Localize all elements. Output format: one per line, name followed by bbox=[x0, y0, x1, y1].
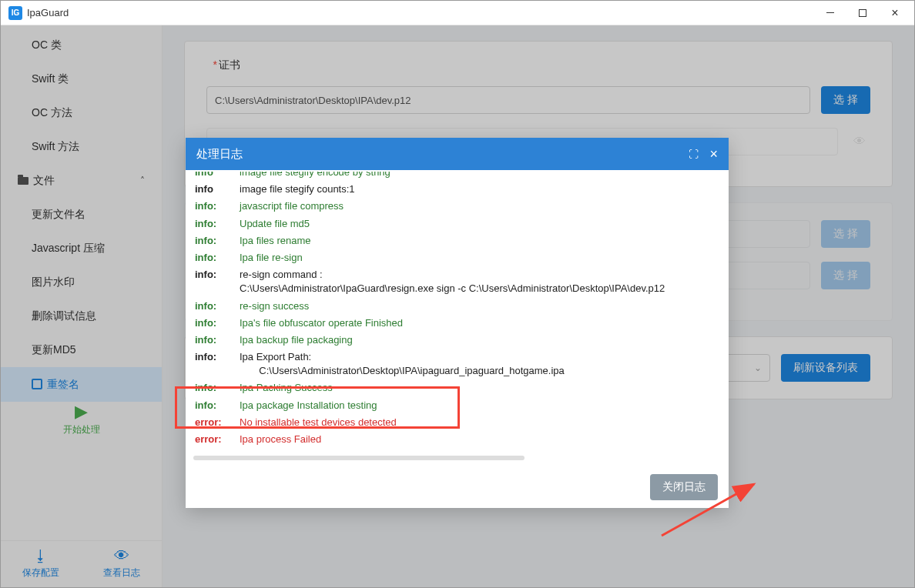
dialog-footer: 关闭日志 bbox=[186, 466, 729, 508]
log-level: info: bbox=[195, 449, 240, 453]
log-message: Update file md5 bbox=[240, 217, 719, 231]
log-message: Ipa file re-sign bbox=[240, 251, 719, 265]
log-message: re-sign success bbox=[240, 299, 719, 313]
log-row: info:Ipa file re-sign bbox=[186, 249, 729, 266]
log-message: Ipa files rename bbox=[240, 234, 719, 248]
log-level: info: bbox=[195, 399, 240, 413]
log-row: info:Ipa Packing Success bbox=[186, 379, 729, 396]
log-message: Ipa backup file packaging bbox=[240, 333, 719, 347]
log-row: info:Update file md5 bbox=[186, 215, 729, 232]
log-dialog: 处理日志 ⛶ × infoimage file stegify encode b… bbox=[186, 138, 729, 508]
dialog-title: 处理日志 bbox=[196, 147, 243, 162]
close-log-button[interactable]: 关闭日志 bbox=[650, 474, 718, 500]
dialog-close-icon[interactable]: × bbox=[709, 146, 718, 162]
log-row: error:Ipa process Failed bbox=[186, 431, 729, 448]
log-row: info:javascript file compress bbox=[186, 198, 729, 215]
log-message: —————2023-08-24 16:59:02.289 Thu Aug————… bbox=[240, 449, 719, 453]
log-row: info:re-sign command : C:\Users\Administ… bbox=[186, 266, 729, 297]
log-level: error: bbox=[195, 416, 240, 429]
log-level: info: bbox=[195, 299, 240, 313]
log-message: Ipa's file obfuscator operate Finished bbox=[240, 316, 719, 330]
log-message: Ipa Export Path: C:\Users\Administrator\… bbox=[240, 350, 719, 378]
log-message: javascript file compress bbox=[240, 199, 719, 213]
log-message: No installable test devices detected bbox=[240, 416, 719, 429]
log-level: info: bbox=[195, 234, 240, 248]
log-row: info:Ipa package Installation testing bbox=[186, 397, 729, 414]
log-row: info:Ipa files rename bbox=[186, 232, 729, 249]
log-level: info: bbox=[195, 350, 240, 378]
minimize-icon bbox=[826, 12, 834, 13]
log-message: image file stegify encode by string bbox=[240, 172, 719, 179]
log-level: info: bbox=[195, 316, 240, 330]
log-level: info: bbox=[195, 333, 240, 347]
log-level: info: bbox=[195, 268, 240, 296]
log-level: info: bbox=[195, 251, 240, 265]
maximize-icon bbox=[859, 9, 866, 17]
log-row: infoimage file stegify counts:1 bbox=[186, 181, 729, 198]
maximize-button[interactable] bbox=[846, 2, 879, 24]
title-bar: IG IpaGuard × bbox=[1, 1, 914, 25]
log-level: error: bbox=[195, 433, 240, 446]
log-level: info: bbox=[195, 217, 240, 231]
log-row: info:Ipa backup file packaging bbox=[186, 332, 729, 349]
log-row: info:Ipa's file obfuscator operate Finis… bbox=[186, 315, 729, 332]
log-row: infoimage file stegify encode by string bbox=[186, 172, 729, 181]
log-row: info:Ipa Export Path: C:\Users\Administr… bbox=[186, 349, 729, 379]
log-area[interactable]: infoimage file stegify encode by stringi… bbox=[186, 172, 729, 453]
log-row: error:No installable test devices detect… bbox=[186, 414, 729, 431]
log-message: Ipa package Installation testing bbox=[240, 399, 719, 413]
log-level: info bbox=[195, 172, 240, 179]
log-level: info: bbox=[195, 199, 240, 213]
log-message: Ipa process Failed bbox=[240, 433, 719, 446]
dialog-body: infoimage file stegify encode by stringi… bbox=[186, 170, 729, 466]
dialog-header: 处理日志 ⛶ × bbox=[186, 138, 729, 170]
log-row: info:re-sign success bbox=[186, 298, 729, 315]
log-message: Ipa Packing Success bbox=[240, 381, 719, 395]
log-message: re-sign command : C:\Users\Administrator… bbox=[240, 268, 719, 296]
minimize-button[interactable] bbox=[814, 2, 846, 24]
log-row: info:—————2023-08-24 16:59:02.289 Thu Au… bbox=[186, 448, 729, 453]
log-level: info: bbox=[195, 381, 240, 395]
app-title: IpaGuard bbox=[27, 7, 814, 18]
fullscreen-icon[interactable]: ⛶ bbox=[689, 149, 699, 160]
log-level: info bbox=[195, 182, 240, 196]
app-logo-icon: IG bbox=[8, 6, 22, 20]
log-message: image file stegify counts:1 bbox=[240, 182, 719, 196]
close-icon: × bbox=[891, 7, 898, 19]
close-button[interactable]: × bbox=[879, 2, 911, 24]
scrollbar-horizontal[interactable] bbox=[193, 456, 525, 460]
